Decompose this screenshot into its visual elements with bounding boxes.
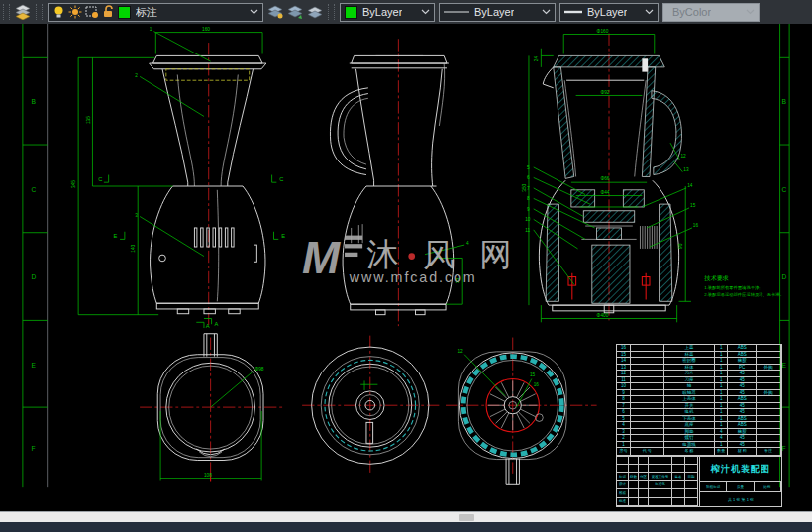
layer-properties-button[interactable]: [13, 2, 33, 22]
svg-text:D: D: [31, 273, 36, 280]
bom-cell: [757, 377, 781, 383]
title-block-cell: [685, 489, 698, 498]
title-block-cell: 批准: [617, 498, 629, 507]
bottom-view-right: 12 15 16: [446, 338, 597, 485]
title-block-cell: 处数: [629, 473, 639, 481]
bom-cell: 上壳体: [664, 396, 716, 402]
layer-match-icon: [307, 4, 324, 20]
bom-cell: 45: [728, 409, 757, 415]
layer-tool-button-3[interactable]: [305, 2, 325, 22]
bom-cell: 轴: [664, 383, 716, 389]
bom-cell: [631, 358, 664, 364]
title-block-cell: [639, 465, 649, 474]
layer-name: 标注: [136, 5, 157, 20]
bom-cell: 4: [715, 429, 728, 435]
bom-cell: 序号: [617, 448, 631, 455]
bom-cell: 4: [617, 422, 631, 428]
svg-text:B: B: [31, 98, 36, 105]
linetype-dropdown[interactable]: ByLayer: [439, 3, 556, 22]
svg-text:160: 160: [202, 27, 210, 32]
watermark: M 沐风网 www.mfcad.com: [302, 233, 536, 286]
bom-cell: 16: [617, 345, 631, 351]
svg-text:13: 13: [683, 167, 689, 172]
bom-cell: 1: [715, 377, 728, 383]
svg-text:E: E: [113, 233, 117, 239]
toolbar-grip[interactable]: [328, 4, 335, 20]
bom-cell: 橡胶: [728, 358, 757, 364]
chevron-down-icon: [542, 9, 551, 15]
svg-text:Φ160: Φ160: [597, 29, 609, 34]
bom-cell: 4: [715, 435, 728, 441]
svg-text:F: F: [31, 445, 35, 452]
bom-cell: 底座: [664, 422, 716, 428]
title-block-cell: 签名: [672, 473, 685, 481]
svg-text:B: B: [781, 98, 786, 105]
bom-cell: [757, 442, 781, 448]
title-block-cell: 设计: [617, 481, 629, 490]
svg-text:C: C: [31, 186, 36, 193]
svg-text:16: 16: [693, 223, 699, 228]
linetype-value: ByLayer: [474, 6, 514, 18]
title-block-cell: [629, 465, 639, 474]
bom-cell: [757, 358, 781, 364]
horizontal-scrollbar-thumb[interactable]: [459, 514, 474, 521]
bom-body: 16上盖1ABS15杯盖1ABS14密封圈1橡胶13杯体1PC外购12刀片145…: [617, 345, 781, 448]
lineweight-dropdown[interactable]: ByLayer: [559, 3, 659, 22]
color-dropdown[interactable]: ByLayer: [340, 3, 435, 22]
bom-cell: [757, 396, 781, 402]
svg-text:E: E: [281, 233, 285, 239]
title-block-cell: [649, 498, 672, 507]
layer-tool-button-2[interactable]: [285, 2, 305, 22]
bom-cell: 外购: [757, 365, 781, 371]
bom-cell: 13: [617, 365, 631, 371]
svg-text:1: 1: [150, 27, 152, 32]
bom-cell: 密封圈: [664, 358, 716, 364]
title-block-cell: [685, 465, 698, 474]
bom-cell: 上盖: [664, 345, 716, 351]
layer-dropdown[interactable]: 标注: [48, 3, 263, 22]
bom-cell: 15: [617, 352, 631, 358]
title-block-cell: [629, 456, 639, 465]
bom-cell: 45: [728, 383, 757, 389]
bom-cell: 电源线: [664, 442, 716, 448]
bom-cell: [631, 403, 664, 409]
svg-text:E: E: [781, 362, 786, 369]
bom-cell: ABS: [728, 352, 757, 358]
title-block-cell: [672, 489, 685, 498]
title-block: 标记处数分区更改文件号签名日期设计标准化校核批准 榨汁机装配图 阶段标记 质量 …: [616, 455, 782, 507]
svg-text:5: 5: [527, 165, 530, 170]
bottom-view-middle: [302, 336, 440, 476]
svg-text:C: C: [279, 176, 283, 182]
toolbar-grip[interactable]: [36, 4, 43, 20]
bom-cell: 1: [715, 345, 728, 351]
bom-cell: 45: [728, 390, 757, 396]
bom-cell: [757, 409, 781, 415]
bom-cell: [757, 429, 781, 435]
svg-text:技术要求: 技术要求: [703, 274, 729, 282]
chevron-down-icon: [645, 9, 654, 15]
svg-text:C: C: [781, 186, 786, 193]
bom-cell: 杯体: [664, 365, 716, 371]
bom-cell: 1: [715, 352, 728, 358]
svg-text:7: 7: [527, 186, 530, 191]
bom-cell: 45: [728, 377, 757, 383]
title-block-cell: [649, 489, 672, 498]
application-window: 标注 ByLayer: [0, 0, 812, 532]
svg-text:14: 14: [687, 183, 693, 188]
title-block-cell: [685, 498, 698, 507]
bom-cell: 7: [617, 403, 631, 409]
svg-text:3: 3: [135, 213, 138, 218]
bom-cell: 螺钉: [664, 435, 716, 441]
sheet-count: 共 1 张 第 1 张: [700, 492, 781, 506]
toolbar-grip[interactable]: [3, 4, 10, 20]
bom-cell: 1: [715, 371, 728, 376]
unlock-icon: [102, 5, 114, 19]
layer-tool-button-1[interactable]: [265, 2, 285, 22]
chevron-down-icon: [746, 9, 755, 15]
title-block-cell: [672, 465, 685, 474]
bom-cell: ABS: [728, 422, 757, 428]
bom-cell: 橡胶: [728, 429, 757, 435]
bom-cell: [631, 435, 664, 441]
bom-cell: [757, 403, 781, 409]
svg-text:2.装配后各运动部件应运转灵活、无卡滞。: 2.装配后各运动部件应运转灵活、无卡滞。: [704, 292, 784, 297]
